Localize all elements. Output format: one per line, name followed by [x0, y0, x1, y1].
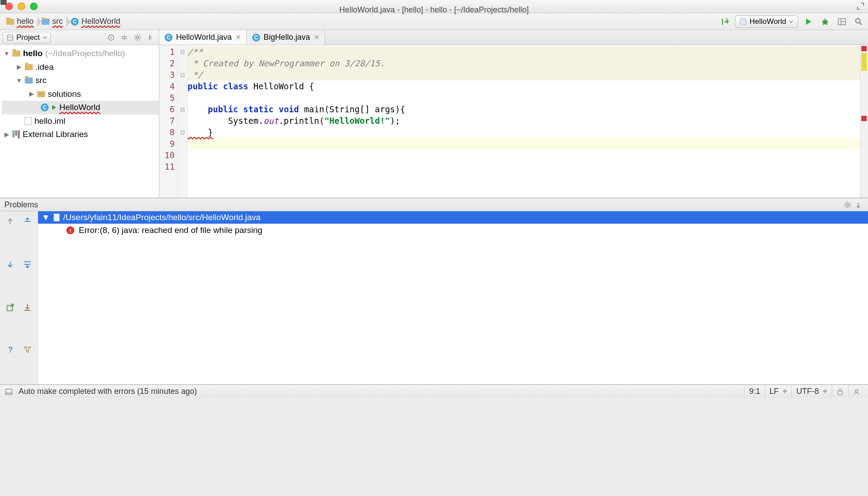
warning-marker[interactable] [861, 53, 867, 71]
svg-text:?: ? [8, 345, 13, 354]
breadcrumb-root[interactable]: hello [3, 15, 38, 28]
project-view-icon [7, 34, 14, 41]
package-icon [37, 91, 45, 97]
editor-area: C HelloWorld.java ✕ C BigHello.java ✕ 1 … [159, 30, 868, 198]
problems-file-row[interactable]: ▼ /Users/yfain11/IdeaProjects/hello/src/… [38, 211, 868, 224]
problems-toolbar: ? [0, 211, 38, 384]
svg-rect-9 [8, 35, 13, 40]
expand-icon[interactable]: ▶ [28, 89, 35, 99]
class-icon: C [165, 34, 173, 42]
close-tab-icon[interactable]: ✕ [235, 33, 241, 42]
down-button[interactable] [4, 258, 17, 271]
tree-iml-file[interactable]: ▶ hello.iml [2, 114, 159, 128]
hector-icon[interactable] [848, 385, 864, 398]
search-everywhere-button[interactable] [852, 15, 865, 28]
error-stripe [860, 45, 868, 198]
tool-windows-button[interactable] [4, 386, 14, 397]
expand-icon[interactable]: ▶ [4, 130, 10, 139]
svg-point-7 [856, 19, 860, 23]
class-icon: C [71, 18, 79, 26]
zoom-window-button[interactable] [30, 3, 38, 10]
error-marker[interactable] [861, 46, 867, 51]
fold-start-icon[interactable]: ⊟ [178, 46, 187, 57]
svg-point-12 [111, 37, 112, 38]
source-folder-icon [25, 77, 33, 84]
chevron-down-icon [42, 35, 47, 40]
layout-button[interactable] [835, 15, 849, 28]
svg-rect-2 [740, 19, 746, 25]
collapse-all-button[interactable] [119, 32, 130, 43]
import-button[interactable] [21, 301, 34, 314]
line-ending-selector[interactable]: LF ÷ [764, 385, 791, 398]
main-area: Project ▼ hello (~/IdeaProjects/hello) ▶… [0, 30, 868, 198]
project-view-selector[interactable]: Project [3, 32, 51, 43]
svg-text:01: 01 [726, 18, 729, 20]
tab-bighello[interactable]: C BigHello.java ✕ [247, 30, 325, 45]
make-project-button[interactable]: 01 [718, 15, 731, 28]
expand-icon[interactable]: ▶ [16, 62, 22, 72]
expand-icon[interactable]: ▼ [42, 213, 50, 222]
error-marker[interactable] [861, 116, 867, 121]
tree-solutions-pkg[interactable]: ▶ solutions [2, 88, 159, 101]
tree-hello-class[interactable]: C HelloWorld [2, 101, 159, 114]
settings-gear-button[interactable] [132, 32, 143, 43]
code-area[interactable]: /** * Created by NewProgrammer on 3/28/1… [188, 45, 860, 198]
debug-button[interactable] [818, 15, 832, 28]
up-button[interactable] [4, 215, 17, 228]
collapse-up-button[interactable] [21, 215, 34, 228]
fold-end-icon[interactable]: ⊡ [178, 126, 187, 138]
svg-point-3 [823, 20, 827, 24]
error-icon: ! [66, 226, 74, 234]
fold-end-icon[interactable]: ⊡ [178, 69, 187, 80]
breadcrumb-class[interactable]: C HelloWorld [67, 15, 125, 28]
hide-panel-button[interactable] [146, 32, 156, 43]
tree-root[interactable]: ▼ hello (~/IdeaProjects/hello) [2, 47, 159, 61]
folder-icon [42, 19, 50, 25]
close-window-button[interactable] [5, 3, 13, 10]
project-tree: ▼ hello (~/IdeaProjects/hello) ▶ .idea ▼… [0, 45, 159, 141]
tab-helloworld[interactable]: C HelloWorld.java ✕ [159, 30, 247, 45]
iml-file-icon [25, 117, 32, 125]
run-config-selector[interactable]: HelloWorld [735, 15, 798, 28]
project-panel: Project ▼ hello (~/IdeaProjects/hello) ▶… [0, 30, 159, 198]
file-icon [54, 214, 60, 221]
filter-settings-button[interactable] [21, 343, 34, 356]
minimize-window-button[interactable] [18, 3, 25, 10]
close-tab-icon[interactable]: ✕ [314, 33, 319, 42]
encoding-selector[interactable]: UTF-8 ÷ [791, 385, 832, 398]
collapse-down-button[interactable] [21, 258, 34, 271]
settings-gear-button[interactable] [842, 199, 853, 210]
export-button[interactable] [4, 301, 17, 314]
tree-idea-dir[interactable]: ▶ .idea [2, 61, 159, 74]
svg-rect-19 [838, 391, 842, 395]
editor-body[interactable]: 1 2 3 4 5 6 7 8 9 10 11 ⊟ ⊡ ⊟ ⊡ [159, 45, 868, 198]
project-panel-header: Project [0, 30, 159, 45]
fullscreen-icon[interactable] [856, 2, 864, 10]
editor-tabs: C HelloWorld.java ✕ C BigHello.java ✕ [159, 30, 868, 45]
cursor-position[interactable]: 9:1 [744, 385, 764, 398]
breadcrumb-src[interactable]: src [38, 15, 67, 28]
problems-error-row[interactable]: ! Error:(8, 6) java: reached end of file… [38, 224, 868, 235]
scroll-to-source-button[interactable] [106, 32, 116, 43]
module-icon [12, 50, 20, 57]
run-button[interactable] [802, 15, 815, 28]
problems-header[interactable]: Problems [0, 198, 868, 211]
class-icon: C [41, 103, 49, 111]
expand-icon[interactable]: ▼ [16, 76, 22, 85]
help-button[interactable]: ? [4, 343, 17, 356]
libraries-icon [12, 130, 20, 138]
svg-rect-17 [6, 389, 12, 394]
runnable-icon [51, 105, 57, 110]
tree-src-dir[interactable]: ▼ src [2, 74, 159, 88]
tree-external-libs[interactable]: ▶ External Libraries [2, 128, 159, 141]
folder-icon [6, 19, 14, 25]
fold-gutter: ⊟ ⊡ ⊟ ⊡ [178, 45, 188, 198]
app-badge-icon [740, 18, 747, 25]
problems-tree: ▼ /Users/yfain11/IdeaProjects/hello/src/… [38, 211, 868, 384]
fold-start-icon[interactable]: ⊟ [178, 103, 187, 115]
window-title: HelloWorld.java - [hello] - hello - [~/I… [0, 0, 868, 15]
window-controls [0, 3, 38, 10]
lock-icon[interactable] [832, 385, 848, 398]
hide-panel-button[interactable] [853, 199, 864, 210]
expand-icon[interactable]: ▼ [4, 49, 10, 58]
